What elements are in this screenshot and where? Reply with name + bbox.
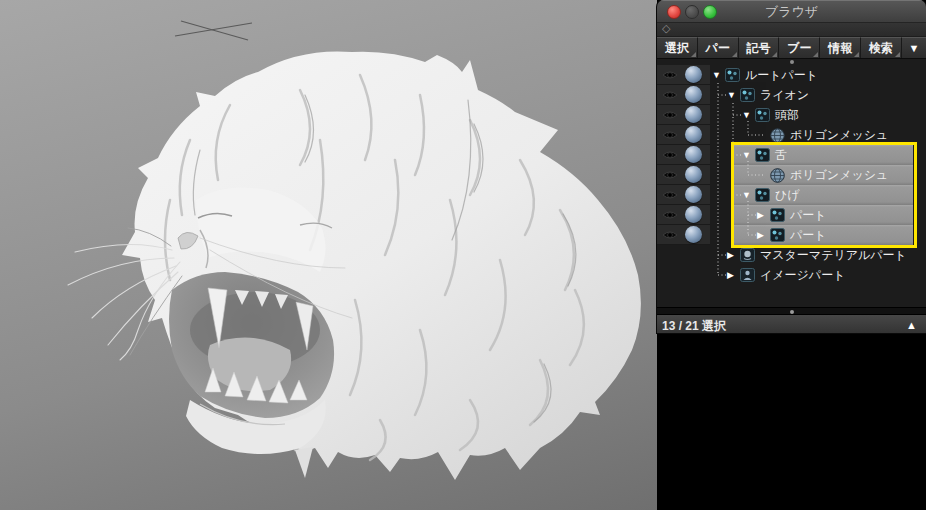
tree-row-selected[interactable]: ▶ パート [657,225,926,245]
tree-row[interactable]: ▼ ルートパート [657,65,926,85]
tree-row-selected[interactable]: ▼ ひげ [657,185,926,205]
render-toggle-sphere[interactable] [685,206,702,223]
tree-row[interactable]: ▼ 頭部 [657,105,926,125]
scene-marker-cross[interactable] [175,21,252,40]
expand-arrow[interactable]: ▶ [757,230,770,240]
tree-row-selected[interactable]: ▼ 舌 [657,145,926,165]
polygon-mesh-icon [770,128,787,143]
splitter-handle[interactable] [790,60,794,64]
viewport-scene[interactable] [0,0,657,510]
right-column: ブラウザ ◇ 選択 パー 記号 ブー 情報 検索 ▼ [657,0,926,510]
visibility-eye-icon[interactable] [662,210,678,220]
expand-arrow[interactable]: ▶ [757,210,770,220]
render-toggle-sphere[interactable] [685,126,702,143]
visibility-eye-icon[interactable] [662,230,678,240]
tree-row[interactable]: ▶ イメージパート [657,265,926,285]
tab-symbol[interactable]: 記号 [739,37,780,58]
part-icon [740,88,757,103]
visibility-eye-icon[interactable] [662,110,678,120]
row-gutter [657,185,710,205]
tab-label: 情報 [828,40,852,57]
image-part-icon [740,268,757,283]
tree-row[interactable]: ▶ マスターマテリアルパート [657,245,926,265]
render-toggle-sphere[interactable] [685,226,702,243]
render-toggle-sphere[interactable] [685,86,702,103]
tab-label: ブー [787,40,811,57]
status-bar: 13 / 21 選択 ▲ [657,314,926,333]
window-title: ブラウザ [657,3,926,21]
item-label[interactable]: ポリゴンメッシュ [790,127,888,144]
part-icon [755,188,772,203]
part-icon [770,208,787,223]
tree-row[interactable]: ▼ ライオン [657,85,926,105]
filter-row: ◇ [657,23,926,37]
selection-count: 13 / 21 選択 [662,318,726,333]
visibility-eye-icon[interactable] [662,150,678,160]
expand-arrow[interactable]: ▼ [742,150,755,160]
tab-part[interactable]: パー [698,37,739,58]
row-gutter [657,125,710,145]
visibility-eye-icon[interactable] [662,170,678,180]
expand-arrow[interactable]: ▼ [712,70,725,80]
render-toggle-sphere[interactable] [685,106,702,123]
row-gutter [657,145,710,165]
row-gutter [657,205,710,225]
visibility-eye-icon[interactable] [662,130,678,140]
expand-arrow[interactable]: ▶ [727,250,740,260]
expand-arrow[interactable]: ▼ [742,190,755,200]
tree-row[interactable]: ポリゴンメッシュ [657,125,926,145]
collapse-button[interactable]: ▲ [906,319,917,331]
item-label[interactable]: ライオン [760,87,809,104]
item-label[interactable]: 舌 [775,147,787,164]
tab-label: 選択 [665,40,689,57]
item-label[interactable]: パート [790,227,827,244]
hierarchy-tree: ▼ ルートパート ▼ ライオン [657,59,926,307]
item-label[interactable]: ポリゴンメッシュ [790,167,888,184]
row-gutter [657,245,710,265]
item-label[interactable]: ひげ [775,187,800,204]
item-label[interactable]: イメージパート [760,267,845,284]
item-label[interactable]: ルートパート [745,67,818,84]
item-label[interactable]: マスターマテリアルパート [760,247,907,264]
part-icon [725,68,742,83]
master-material-icon [740,248,757,263]
tree-row-selected[interactable]: ポリゴンメッシュ [657,165,926,185]
part-icon [755,108,772,123]
row-gutter [657,85,710,105]
panel-splitter[interactable] [657,307,926,314]
tab-label: 記号 [747,40,771,57]
tab-select[interactable]: 選択 [657,37,698,58]
render-toggle-sphere[interactable] [685,186,702,203]
window-titlebar[interactable]: ブラウザ [657,0,926,23]
visibility-eye-icon[interactable] [662,90,678,100]
chevron-down-icon: ▼ [909,42,920,54]
lion-head-model[interactable] [68,51,641,480]
row-gutter [657,225,710,245]
diamond-icon[interactable]: ◇ [662,22,670,35]
tab-label: パー [706,40,730,57]
part-icon [755,148,772,163]
visibility-eye-icon[interactable] [662,190,678,200]
render-toggle-sphere[interactable] [685,166,702,183]
part-icon [770,228,787,243]
column-header-row: 選択 パー 記号 ブー 情報 検索 ▼ [657,37,926,59]
row-gutter [657,265,710,285]
item-label[interactable]: パート [790,207,827,224]
expand-arrow[interactable]: ▶ [727,270,740,280]
expand-arrow[interactable]: ▼ [742,110,755,120]
header-overflow-button[interactable]: ▼ [902,37,926,58]
row-gutter [657,65,710,85]
row-gutter [657,105,710,125]
polygon-mesh-icon [770,168,787,183]
item-label[interactable]: 頭部 [775,107,799,124]
render-toggle-sphere[interactable] [685,66,702,83]
render-toggle-sphere[interactable] [685,146,702,163]
tab-info[interactable]: 情報 [820,37,861,58]
tab-search[interactable]: 検索 [861,37,902,58]
expand-arrow[interactable]: ▼ [727,90,740,100]
tab-boolean[interactable]: ブー [779,37,820,58]
viewport-3d[interactable] [0,0,657,510]
visibility-eye-icon[interactable] [662,70,678,80]
tab-label: 検索 [869,40,893,57]
tree-row-selected[interactable]: ▶ パート [657,205,926,225]
